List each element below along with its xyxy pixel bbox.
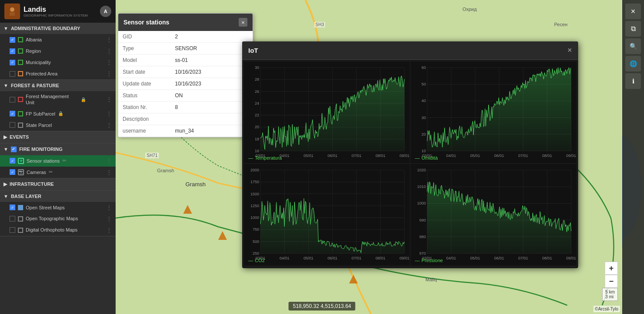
- sensor-stations-edit-icon[interactable]: ✏: [62, 158, 66, 164]
- section-admin: ▼ ADMINISTRATIVE BOUNDARY ✓ Albania ⋮ ✓ …: [0, 23, 116, 80]
- open-street-dots[interactable]: ⋮: [106, 204, 112, 211]
- section-base-layer-header[interactable]: ▼ BASE LAYER: [0, 191, 116, 202]
- sensor-stations-dots[interactable]: ⋮: [106, 157, 112, 164]
- iot-panel-header: IoT ×: [242, 41, 578, 60]
- avatar[interactable]: A: [100, 6, 111, 17]
- layer-item-fmu[interactable]: Forest Management Unit 🔒 ⋮: [0, 91, 116, 108]
- zoom-controls: + −: [605, 262, 618, 288]
- fmu-lock-icon: 🔒: [81, 97, 86, 102]
- field-value: ON: [171, 90, 253, 102]
- fp-subparcel-lock-icon: 🔒: [58, 111, 63, 116]
- layer-item-municipality[interactable]: ✓ Municipality ⋮: [0, 57, 116, 68]
- layer-item-sensor-stations[interactable]: ✓ ⊕ Sensor stations ✏ ⋮: [0, 155, 116, 167]
- fmu-label: Forest Management Unit: [26, 93, 78, 106]
- logo-text-group: Landis GEOGRAPHIC INFORMATION SYSTEM: [24, 6, 88, 17]
- albania-color: [18, 37, 23, 42]
- iot-panel-close-button[interactable]: ×: [567, 46, 572, 55]
- sensor-table-row: TypeSENSOR: [118, 43, 253, 55]
- info-button[interactable]: ℹ: [625, 73, 641, 89]
- zoom-out-button[interactable]: −: [605, 275, 618, 288]
- sidebar: Landis GEOGRAPHIC INFORMATION SYSTEM A ▼…: [0, 0, 116, 314]
- protected-area-label: Protected Area: [26, 71, 58, 76]
- protected-area-checkbox[interactable]: [10, 71, 15, 77]
- state-parcel-dots[interactable]: ⋮: [106, 122, 112, 129]
- layer-item-digital-ortho[interactable]: Digital Orthophoto Maps ⋮: [0, 225, 116, 236]
- section-base-layer-label: BASE LAYER: [11, 194, 41, 199]
- field-key: username: [118, 125, 171, 137]
- layer-item-fp-subparcel[interactable]: ✓ FP SubParcel 🔒 ⋮: [0, 108, 116, 119]
- open-topo-checkbox[interactable]: [10, 216, 15, 222]
- digital-ortho-dots[interactable]: ⋮: [106, 227, 112, 234]
- chart-temperatura: Temperatura: [244, 61, 410, 163]
- layers-button[interactable]: ⧉: [625, 21, 641, 37]
- zoom-in-button[interactable]: +: [605, 262, 618, 275]
- svg-rect-15: [10, 12, 15, 16]
- field-key: Update date: [118, 78, 171, 90]
- fire-arrow-icon: ▼: [3, 147, 8, 152]
- layer-item-cameras[interactable]: ✓ 📷 Cameras ✏ ⋮: [0, 167, 116, 178]
- iot-panel-title: IoT: [248, 47, 258, 54]
- digital-ortho-label: Digital Orthophoto Maps: [26, 227, 78, 233]
- fmu-dots[interactable]: ⋮: [106, 96, 112, 103]
- logo-icon: [4, 3, 20, 19]
- cameras-edit-icon[interactable]: ✏: [49, 169, 53, 175]
- fire-section-checkbox[interactable]: ✓: [11, 147, 17, 152]
- municipality-label: Municipality: [26, 60, 51, 65]
- open-street-checkbox[interactable]: ✓: [10, 205, 15, 210]
- region-dots[interactable]: ⋮: [106, 48, 112, 55]
- scale-3mi: 3 mi: [605, 294, 615, 299]
- chart-co2: CO2: [244, 164, 410, 266]
- open-topo-label: Open Topographic Maps: [26, 215, 78, 222]
- layer-item-open-topo[interactable]: Open Topographic Maps ⋮: [0, 213, 116, 225]
- digital-ortho-checkbox[interactable]: [10, 227, 15, 233]
- field-key: Status: [118, 90, 171, 102]
- field-value: 2: [171, 31, 253, 43]
- municipality-dots[interactable]: ⋮: [106, 59, 112, 66]
- layer-item-region[interactable]: ✓ Region ⋮: [0, 45, 116, 57]
- layer-item-albania[interactable]: ✓ Albania ⋮: [0, 34, 116, 45]
- layer-item-open-street[interactable]: ✓ Open Street Maps ⋮: [0, 202, 116, 213]
- section-events-header[interactable]: ▶ EVENTS: [0, 131, 116, 143]
- field-value: 8: [171, 102, 253, 113]
- region-checkbox[interactable]: ✓: [10, 48, 15, 54]
- fp-subparcel-checkbox[interactable]: ✓: [10, 111, 15, 116]
- sensor-popup-close-button[interactable]: ×: [239, 18, 247, 27]
- cameras-checkbox[interactable]: ✓: [10, 169, 15, 175]
- section-admin-label: ADMINISTRATIVE BOUNDARY: [11, 26, 80, 31]
- section-fire-header[interactable]: ▼ ✓ FIRE MONITORING: [0, 143, 116, 155]
- section-forest: ▼ FOREST & PASTURE Forest Management Uni…: [0, 80, 116, 131]
- layer-item-state-parcel[interactable]: State Parcel ⋮: [0, 119, 116, 131]
- layer-item-protected-area[interactable]: Protected Area ⋮: [0, 68, 116, 79]
- field-value: SENSOR: [171, 43, 253, 55]
- section-base-layer: ▼ BASE LAYER ✓ Open Street Maps ⋮ Open T…: [0, 191, 116, 236]
- municipality-checkbox[interactable]: ✓: [10, 60, 15, 65]
- attribution-text: ©Arcsil-Tylo: [593, 306, 620, 312]
- section-infrastructure-header[interactable]: ▶ INFRASTRUCTURE: [0, 178, 116, 190]
- umidita-canvas: [411, 61, 576, 163]
- section-admin-header[interactable]: ▼ ADMINISTRATIVE BOUNDARY: [0, 23, 116, 34]
- events-arrow-icon: ▶: [3, 134, 7, 140]
- field-key: Start date: [118, 66, 171, 78]
- section-forest-header[interactable]: ▼ FOREST & PASTURE: [0, 80, 116, 91]
- charts-grid: Temperatura Umidità CO2 Pressione: [242, 60, 578, 267]
- state-parcel-checkbox[interactable]: [10, 122, 15, 128]
- svg-point-14: [10, 7, 14, 12]
- close-button[interactable]: ×: [625, 3, 641, 19]
- open-topo-dots[interactable]: ⋮: [106, 215, 112, 222]
- albania-dots[interactable]: ⋮: [106, 36, 112, 43]
- fmu-checkbox[interactable]: [10, 97, 15, 102]
- region-color: [18, 48, 23, 54]
- municipality-color: [18, 60, 23, 65]
- sensor-stations-checkbox[interactable]: ✓: [10, 158, 15, 164]
- state-parcel-label: State Parcel: [26, 123, 52, 128]
- cameras-dots[interactable]: ⋮: [106, 169, 112, 176]
- cameras-label: Cameras: [27, 170, 46, 175]
- globe-button[interactable]: 🌐: [625, 56, 641, 72]
- protected-area-color: [18, 71, 23, 76]
- umidita-label: Umidità: [415, 155, 438, 160]
- search-button[interactable]: 🔍: [625, 38, 641, 54]
- protected-area-dots[interactable]: ⋮: [106, 70, 112, 77]
- albania-checkbox[interactable]: ✓: [10, 37, 15, 43]
- fp-subparcel-dots[interactable]: ⋮: [106, 110, 112, 117]
- sensor-stations-color-icon: ⊕: [18, 158, 24, 164]
